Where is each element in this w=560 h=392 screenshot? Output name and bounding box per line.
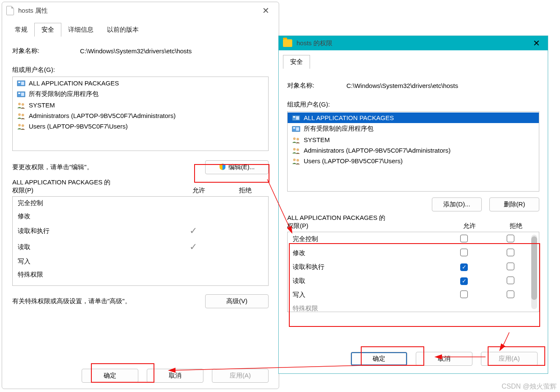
list-item[interactable]: ALL APPLICATION PACKAGES — [13, 78, 268, 88]
perm-label-col: 权限(P) — [12, 186, 176, 195]
check-icon: ✓ — [170, 225, 217, 236]
list-item[interactable]: SYSTEM — [13, 100, 268, 110]
deny-checkbox[interactable] — [507, 235, 514, 242]
perm-deny-col: 拒绝 — [493, 222, 539, 230]
object-name-label: 对象名称: — [287, 82, 346, 90]
table-row: 修改 — [13, 210, 268, 223]
table-row: 完全控制 — [288, 232, 539, 246]
perm-label-col: 权限(P) — [287, 222, 446, 230]
check-icon: ✓ — [170, 241, 217, 252]
tab-previous[interactable]: 以前的版本 — [100, 23, 145, 36]
svg-point-11 — [22, 124, 24, 127]
svg-rect-1 — [18, 82, 20, 83]
edit-button[interactable]: 编辑(E)... — [205, 160, 269, 174]
table-row: 写入 — [13, 255, 268, 268]
package-icon — [292, 126, 300, 132]
users-icon — [292, 158, 300, 164]
allow-checkbox[interactable] — [460, 249, 468, 256]
perm-allow-col: 允许 — [446, 222, 493, 230]
titlebar: hosts 的权限 ✕ — [279, 36, 548, 50]
deny-checkbox[interactable] — [507, 277, 514, 284]
apply-button[interactable]: 应用(A) — [212, 369, 269, 383]
edit-hint: 要更改权限，请单击"编辑"。 — [12, 163, 205, 171]
svg-point-9 — [22, 114, 24, 116]
perm-title: ALL APPLICATION PACKAGES 的 — [12, 178, 269, 186]
table-row: 修改 — [288, 246, 539, 260]
cancel-button[interactable]: 取消 — [147, 369, 203, 383]
allow-checkbox[interactable]: ✓ — [460, 277, 468, 285]
svg-point-18 — [293, 137, 296, 140]
allow-checkbox[interactable]: ✓ — [460, 263, 468, 271]
deny-checkbox[interactable] — [507, 249, 514, 256]
table-row: 读取和执行✓ — [13, 223, 268, 239]
svg-rect-4 — [18, 93, 20, 94]
permissions-table: 完全控制 修改 读取和执行✓ 读取✓ 写入 特殊权限 — [12, 196, 269, 286]
add-button[interactable]: 添加(D)... — [432, 197, 482, 211]
list-item[interactable]: Users (LAPTOP-9BV5C0F7\Users) — [13, 121, 268, 132]
tab-security[interactable]: 安全 — [283, 55, 310, 69]
watermark: CSDN @烛火萤辉 — [502, 382, 557, 391]
allow-checkbox[interactable] — [460, 235, 468, 242]
tab-bar: 安全 — [279, 54, 548, 69]
scrollbar[interactable] — [531, 235, 537, 309]
list-item[interactable]: Administrators (LAPTOP-9BV5C0F7\Administ… — [288, 145, 539, 156]
folder-icon — [283, 39, 292, 47]
list-item[interactable]: ALL APPLICATION PACKAGES — [288, 112, 539, 123]
object-name-value: C:\Windows\System32\drivers\etc\hosts — [80, 47, 192, 55]
window-title: hosts 属性 — [18, 7, 257, 15]
users-icon — [17, 123, 25, 130]
svg-rect-14 — [296, 116, 299, 120]
package-icon — [17, 91, 25, 98]
permissions-table: 完全控制 修改 读取和执行✓ 读取✓ 写入 特殊权限 — [287, 232, 539, 312]
table-row: 读取✓ — [288, 274, 539, 288]
table-row: 写入 — [288, 288, 539, 302]
svg-point-19 — [296, 138, 299, 140]
tab-security[interactable]: 安全 — [34, 23, 61, 37]
tab-general[interactable]: 常规 — [8, 23, 34, 36]
groups-listbox[interactable]: ALL APPLICATION PACKAGES 所有受限制的应用程序包 SYS… — [287, 111, 539, 192]
table-row: 特殊权限 — [13, 268, 268, 281]
svg-point-20 — [293, 148, 296, 151]
users-icon — [292, 147, 300, 154]
list-item[interactable]: Users (LAPTOP-9BV5C0F7\Users) — [288, 156, 539, 166]
svg-rect-2 — [21, 82, 24, 85]
svg-point-22 — [293, 159, 296, 161]
groups-listbox[interactable]: ALL APPLICATION PACKAGES 所有受限制的应用程序包 SYS… — [12, 77, 269, 151]
window-title: hosts 的权限 — [296, 39, 528, 47]
deny-checkbox[interactable] — [507, 263, 514, 270]
close-icon[interactable]: ✕ — [257, 4, 275, 17]
deny-checkbox[interactable] — [507, 291, 514, 298]
dialog-footer: 确定 取消 应用(A) — [82, 369, 269, 383]
svg-point-21 — [296, 148, 299, 151]
users-icon — [17, 112, 25, 119]
package-icon — [292, 115, 300, 121]
table-row: 读取✓ — [13, 239, 268, 255]
table-row: 完全控制 — [13, 197, 268, 210]
list-item[interactable]: Administrators (LAPTOP-9BV5C0F7\Administ… — [13, 110, 268, 121]
advanced-button[interactable]: 高级(V) — [205, 294, 269, 308]
svg-point-6 — [18, 103, 21, 105]
permissions-dialog: hosts 的权限 ✕ 安全 对象名称: C:\Windows\System32… — [278, 36, 548, 374]
list-item[interactable]: 所有受限制的应用程序包 — [288, 123, 539, 134]
svg-rect-17 — [296, 127, 299, 131]
package-icon — [17, 80, 25, 87]
list-item[interactable]: SYSTEM — [288, 134, 539, 145]
ok-button[interactable]: 确定 — [351, 352, 407, 366]
close-icon[interactable]: ✕ — [528, 36, 545, 50]
svg-rect-5 — [21, 93, 24, 96]
cancel-button[interactable]: 取消 — [416, 352, 472, 366]
file-icon — [6, 6, 14, 15]
remove-button[interactable]: 删除(R) — [489, 197, 539, 211]
users-icon — [292, 137, 300, 143]
list-item[interactable]: 所有受限制的应用程序包 — [13, 88, 268, 100]
tab-details[interactable]: 详细信息 — [61, 23, 100, 36]
apply-button[interactable]: 应用(A) — [481, 352, 538, 366]
users-icon — [17, 102, 25, 109]
svg-point-23 — [296, 159, 299, 162]
properties-dialog: hosts 属性 ✕ 常规 安全 详细信息 以前的版本 对象名称: C:\Win… — [2, 2, 279, 389]
object-name-value: C:\Windows\System32\drivers\etc\hosts — [346, 82, 458, 89]
table-row: 特殊权限 — [288, 302, 539, 312]
groups-label: 组或用户名(G): — [12, 66, 269, 74]
allow-checkbox[interactable] — [460, 291, 468, 298]
ok-button[interactable]: 确定 — [82, 369, 138, 383]
